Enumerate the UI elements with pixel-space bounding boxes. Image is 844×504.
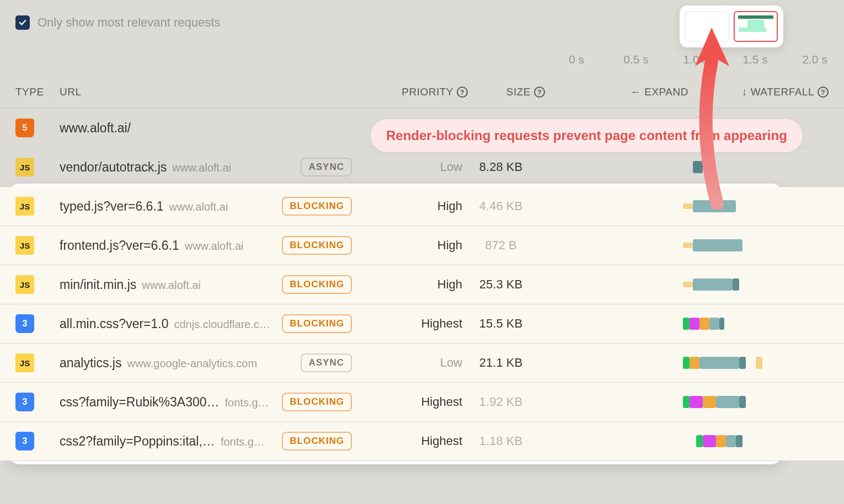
- waterfall-bar: [683, 355, 829, 371]
- blocking-badge: BLOCKING: [282, 393, 352, 411]
- timeline-tick: 2.0 s: [801, 53, 829, 66]
- url-host: cdnjs.cloudflare.c…: [174, 318, 271, 331]
- header-priority[interactable]: PRIORITY ?: [352, 86, 468, 98]
- url-path: min/init.min.js: [60, 277, 136, 292]
- request-row[interactable]: all.min.css?ver=1.0cdnjs.cloudflare.c…BL…: [0, 304, 844, 344]
- css-file-icon: [15, 393, 34, 411]
- url-host: www.google-analytics.com: [127, 357, 257, 370]
- priority-value: High: [352, 277, 462, 292]
- size-value: 4.46 KB: [462, 199, 539, 213]
- js-file-icon: [15, 158, 34, 176]
- size-value: 25.3 KB: [462, 277, 539, 292]
- header-type[interactable]: TYPE: [15, 86, 60, 98]
- css-file-icon: [15, 314, 34, 333]
- request-row[interactable]: analytics.jswww.google-analytics.comASYN…: [0, 344, 844, 383]
- timeline-tick: 0 s: [563, 53, 590, 66]
- url-path: frontend.js?ver=6.6.1: [60, 238, 179, 253]
- url-host: www.aloft.ai: [169, 201, 228, 213]
- size-value: 8.28 KB: [462, 160, 539, 174]
- request-row[interactable]: vendor/autotrack.jswww.aloft.aiASYNCLow8…: [0, 148, 844, 187]
- js-file-icon: [15, 353, 34, 372]
- async-badge: ASYNC: [301, 158, 352, 176]
- url-host: www.aloft.ai: [172, 162, 231, 174]
- request-url: min/init.min.jswww.aloft.ai: [60, 277, 280, 292]
- blocking-badge: BLOCKING: [282, 236, 352, 255]
- priority-value: Highest: [352, 395, 462, 409]
- request-row[interactable]: min/init.min.jswww.aloft.aiBLOCKINGHigh2…: [0, 265, 844, 304]
- header-waterfall[interactable]: WATERFALL ?: [688, 86, 829, 98]
- filmstrip-thumb[interactable]: [734, 11, 778, 42]
- priority-value: Highest: [352, 434, 462, 448]
- size-value: 1.18 KB: [462, 434, 539, 448]
- size-value: 15.5 KB: [462, 317, 539, 331]
- help-icon[interactable]: ?: [818, 87, 829, 98]
- help-icon[interactable]: ?: [534, 87, 545, 98]
- request-url: vendor/autotrack.jswww.aloft.ai: [60, 160, 280, 175]
- url-path: css?family=Rubik%3A300…: [60, 395, 220, 410]
- check-icon: [18, 18, 27, 27]
- waterfall-bar: [683, 433, 829, 449]
- request-row[interactable]: css?family=Rubik%3A300…fonts.g…BLOCKINGH…: [0, 383, 844, 422]
- js-file-icon: [15, 197, 34, 216]
- url-path: vendor/autotrack.js: [60, 160, 167, 175]
- header-url[interactable]: URL: [60, 86, 352, 98]
- blocking-badge: BLOCKING: [282, 314, 352, 333]
- waterfall-bar: [683, 198, 829, 215]
- filmstrip: [680, 6, 783, 47]
- waterfall-bar: [683, 315, 829, 332]
- filmstrip-thumb[interactable]: [685, 11, 729, 42]
- filter-label: Only show most relevant requests: [38, 15, 220, 30]
- css-file-icon: [15, 432, 34, 451]
- url-path: typed.js?ver=6.6.1: [60, 199, 164, 214]
- html-file-icon: [15, 119, 34, 137]
- blocking-badge: BLOCKING: [282, 197, 352, 216]
- priority-value: High: [352, 199, 462, 213]
- priority-value: High: [352, 238, 462, 253]
- request-table: www.aloft.ai/vendor/autotrack.jswww.alof…: [0, 109, 844, 461]
- url-path: all.min.css?ver=1.0: [60, 317, 169, 331]
- request-url: analytics.jswww.google-analytics.com: [60, 356, 280, 371]
- priority-value: Low: [352, 356, 462, 370]
- waterfall-bar: [683, 237, 829, 254]
- request-url: css?family=Rubik%3A300…fonts.g…: [60, 395, 280, 410]
- size-value: 872 B: [462, 238, 539, 253]
- url-path: www.aloft.ai/: [60, 121, 131, 136]
- header-size[interactable]: SIZE ?: [468, 86, 545, 98]
- help-icon[interactable]: ?: [457, 87, 468, 98]
- request-row[interactable]: css2?family=Poppins:ital,…fonts.g…BLOCKI…: [0, 422, 844, 461]
- timeline-tick: 0.5 s: [622, 53, 650, 66]
- js-file-icon: [15, 275, 34, 294]
- annotation-callout: Render-blocking requests prevent page co…: [371, 119, 803, 152]
- request-url: all.min.css?ver=1.0cdnjs.cloudflare.c…: [60, 317, 280, 331]
- request-url: www.aloft.ai/: [60, 121, 280, 136]
- js-file-icon: [15, 236, 34, 255]
- url-host: www.aloft.ai: [142, 279, 201, 292]
- request-row[interactable]: frontend.js?ver=6.6.1www.aloft.aiBLOCKIN…: [0, 226, 844, 265]
- filter-checkbox[interactable]: [15, 15, 30, 30]
- timeline-tick: 1.0 s: [682, 53, 709, 66]
- header-expand[interactable]: EXPAND: [545, 86, 688, 98]
- url-path: css2?family=Poppins:ital,…: [60, 434, 215, 449]
- column-headers: TYPE URL PRIORITY ? SIZE ? EXPAND WATERF…: [0, 76, 844, 109]
- timeline-tick: 1.5 s: [741, 53, 769, 66]
- url-host: www.aloft.ai: [185, 240, 244, 253]
- size-value: 21.1 KB: [462, 356, 539, 370]
- waterfall-bar: [683, 159, 829, 175]
- priority-value: Low: [352, 160, 462, 174]
- waterfall-bar: [683, 276, 829, 293]
- request-url: typed.js?ver=6.6.1www.aloft.ai: [60, 199, 280, 214]
- blocking-badge: BLOCKING: [282, 275, 352, 294]
- url-host: fonts.g…: [225, 396, 269, 409]
- timeline-ticks: 0 s 0.5 s 1.0 s 1.5 s 2.0 s: [563, 53, 829, 66]
- request-url: css2?family=Poppins:ital,…fonts.g…: [60, 434, 280, 449]
- request-url: frontend.js?ver=6.6.1www.aloft.ai: [60, 238, 280, 253]
- url-path: analytics.js: [60, 356, 121, 371]
- async-badge: ASYNC: [301, 353, 352, 372]
- size-value: 1.92 KB: [462, 395, 539, 409]
- request-row[interactable]: typed.js?ver=6.6.1www.aloft.aiBLOCKINGHi…: [0, 187, 844, 226]
- priority-value: Highest: [352, 317, 462, 331]
- blocking-badge: BLOCKING: [282, 432, 352, 451]
- waterfall-bar: [683, 394, 829, 410]
- url-host: fonts.g…: [221, 436, 265, 448]
